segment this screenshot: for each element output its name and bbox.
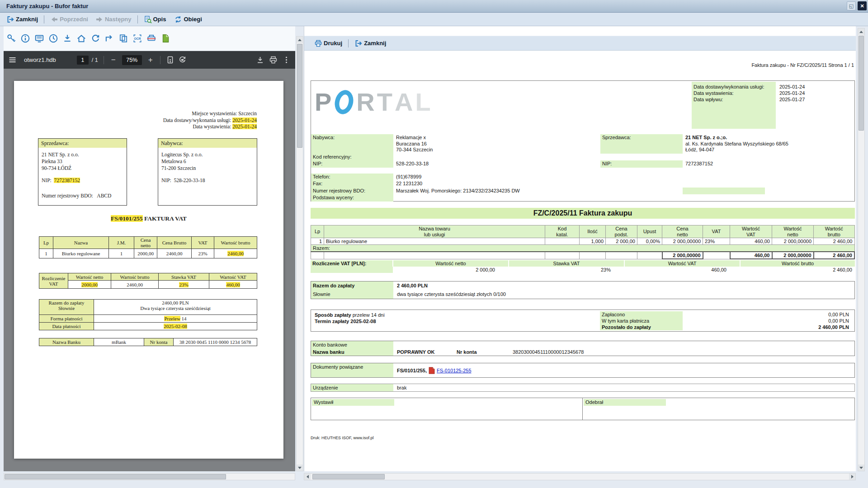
expand-icon: ◱ <box>849 3 854 9</box>
flow-arrow-icon[interactable] <box>104 33 114 43</box>
preview-toolbar: Drukuj Zamknij <box>304 36 856 51</box>
obiegi-button[interactable]: Obiegi <box>172 14 203 24</box>
arrow-left-icon <box>50 15 58 23</box>
info-icon[interactable] <box>20 33 30 43</box>
pdf-toolbar: otworz1.hdb 1 / 1 − 75% + <box>4 51 295 69</box>
issued-by-label: Wystawił <box>312 399 394 406</box>
total-due-box: Razem do zapłaty 2 460,00 PLN Słownie dw… <box>311 281 855 299</box>
scrollbar-thumb[interactable] <box>297 44 302 148</box>
scroll-down-button[interactable] <box>858 465 864 471</box>
rendered-invoice: Faktura zakupu - Nr FZ/C/2025/11 Strona … <box>311 51 855 440</box>
scroll-up-button[interactable] <box>297 37 303 43</box>
printer-icon <box>314 39 322 47</box>
seller-box: Sprzedawca: 21 NET Sp. z o.o. Piekna 33 … <box>38 138 127 206</box>
buyer-header: Nabywca: <box>158 139 257 148</box>
exit-arrow-icon <box>6 15 14 23</box>
poprzedni-button[interactable]: Poprzedni <box>48 14 90 24</box>
zamknij-preview-button[interactable]: Zamknij <box>353 38 388 48</box>
download-icon[interactable] <box>62 33 72 43</box>
zoom-out-button[interactable]: − <box>109 56 118 65</box>
right-vertical-scrollbar[interactable] <box>858 28 865 471</box>
rotate-icon[interactable] <box>178 56 187 64</box>
document-magnifier-icon <box>144 15 152 23</box>
pdf-download-icon[interactable] <box>256 56 264 64</box>
zamknij-button[interactable]: Zamknij <box>5 14 40 24</box>
left-horizontal-scrollbar[interactable] <box>4 473 295 480</box>
invoice-header-box: PRTAL Data dostawy/wykonania usługi: Dat… <box>311 80 855 202</box>
payment-box: Sposób zapłaty przelew 14 dni Termin zap… <box>311 310 855 332</box>
cycle-arrows-icon <box>174 15 182 23</box>
pdf-vat-table: Rozliczenie VAT Wartość netto Wartość br… <box>39 273 257 289</box>
device-row: Urządzenie brak <box>311 384 855 392</box>
nastepny-button[interactable]: Następny <box>94 14 133 24</box>
close-icon: ✕ <box>860 3 864 9</box>
linked-documents-box: Dokumenty powiązane FS/0101/255, FS-0101… <box>311 363 855 378</box>
scrollbar-thumb[interactable] <box>859 36 864 131</box>
pdf-bank-table: Nazwa Banku mBank Nr konta 38 2030 0045 … <box>39 338 257 346</box>
pdf-items-table: Lp Nazwa J.M. Cena netto Cena Brutto VAT… <box>39 236 257 258</box>
copy-pages-icon[interactable] <box>118 33 128 43</box>
pdf-print-icon[interactable] <box>269 56 278 64</box>
middle-vertical-scrollbar[interactable] <box>296 36 303 471</box>
razem-row: Razem: <box>311 245 855 252</box>
pdf-invoice-dates: Miejsce wystawienia: Szczecin Data dosta… <box>163 110 257 130</box>
scroll-right-button[interactable] <box>849 474 855 480</box>
toolbar-separator <box>44 15 44 23</box>
close-window-button[interactable]: ✕ <box>858 1 867 10</box>
zoom-level[interactable]: 75% <box>122 55 142 65</box>
received-by-label: Odebrał <box>584 399 666 406</box>
opis-button[interactable]: Opis <box>142 14 168 24</box>
scroll-left-button[interactable] <box>304 474 311 480</box>
invoice-title: FZ/C/2025/11 Faktura zakupu <box>311 208 855 219</box>
linked-document-link[interactable]: FS-010125-255 <box>437 368 471 373</box>
pdf-invoice-page: Miejsce wystawienia: Szczecin Data dosta… <box>14 81 283 459</box>
invoice-preview-pane: Drukuj Zamknij Faktura zakupu - Nr FZ/C/… <box>304 26 856 471</box>
svg-text:OCR: OCR <box>134 37 141 40</box>
pdf-viewer: otworz1.hdb 1 / 1 − 75% + Miejsce wystaw… <box>4 51 295 471</box>
fit-page-icon[interactable] <box>166 56 175 64</box>
refresh-icon[interactable] <box>90 33 100 43</box>
pdf-file-icon <box>429 367 435 374</box>
table-row: 1 Biurko regulowane 1 2000,00 2460,00 23… <box>39 249 257 258</box>
clock-icon[interactable] <box>48 33 58 43</box>
print-footer: Druk: HEUTHES ISOF, www.isof.pl <box>311 436 855 440</box>
home-icon[interactable] <box>76 33 86 43</box>
expand-window-button[interactable]: ◱ <box>847 1 856 10</box>
page-count: / 1 <box>92 57 98 63</box>
logo-ring-icon <box>332 88 356 116</box>
exit-arrow-icon <box>354 39 363 47</box>
buyer-box: Nabywca: Logitecus Sp. z o.o. Metalowa 6… <box>158 138 257 206</box>
drukuj-button[interactable]: Drukuj <box>312 38 344 48</box>
ocr-icon[interactable]: OCR <box>132 33 142 43</box>
key-icon[interactable] <box>6 33 16 43</box>
totals-row: 2 000,00000 460,00 2 000,00000 2 460,00 <box>311 252 855 259</box>
payment-status: Zapłacono0,00 PLN W tym karta płatnicza0… <box>600 311 852 330</box>
pdf-canvas: Miejsce wystawienia: Szczecin Data dosta… <box>4 69 295 471</box>
scroll-down-button[interactable] <box>297 465 303 471</box>
more-options-icon[interactable] <box>282 56 291 64</box>
seller-header: Sprzedawca: <box>38 139 127 148</box>
table-row: 1 Biurko regulowane 1,000 2 000,00 0,00%… <box>311 238 855 245</box>
invoice-items-table: Lp Nazwa towaru lub usługi Kod katal. Il… <box>311 225 855 259</box>
zoom-in-button[interactable]: + <box>146 56 155 65</box>
bank-account-box: Konto bankowe Nazwa banku POPRAWNY OK Nr… <box>311 341 855 356</box>
pdf-filename: otworz1.hdb <box>24 56 56 63</box>
scrollbar-thumb[interactable] <box>5 474 226 479</box>
window-title: Faktury zakupu - Bufor faktur <box>6 3 88 9</box>
green-document-icon[interactable] <box>160 33 170 43</box>
highlighted-date: 2025-01-24 <box>232 124 257 129</box>
right-horizontal-scrollbar[interactable] <box>304 473 856 480</box>
menu-icon[interactable] <box>8 56 17 64</box>
pdf-payment-table: Razem do zapłatySłownie 2460,00 PLNDwa t… <box>39 299 257 330</box>
parties-section: Nabywca: Reklamacje x Buraczana 16 70-34… <box>311 134 854 202</box>
page-number-input[interactable]: 1 <box>77 56 89 65</box>
scroll-up-button[interactable] <box>858 28 864 35</box>
vat-settlement: Rozliczenie VAT [PLN]: Wartość netto Sta… <box>311 260 855 273</box>
highlighted-date: 2025-01-24 <box>232 117 257 123</box>
monitor-icon[interactable] <box>34 33 44 43</box>
scrollbar-thumb[interactable] <box>312 474 385 479</box>
highlighted-nip: 7272387152 <box>54 178 80 183</box>
signatures-box: Wystawił Odebrał <box>311 398 855 420</box>
invoice-dates: Data dostawy/wykonania usługi: Data wyst… <box>692 82 868 129</box>
scanner-icon[interactable] <box>146 33 156 43</box>
